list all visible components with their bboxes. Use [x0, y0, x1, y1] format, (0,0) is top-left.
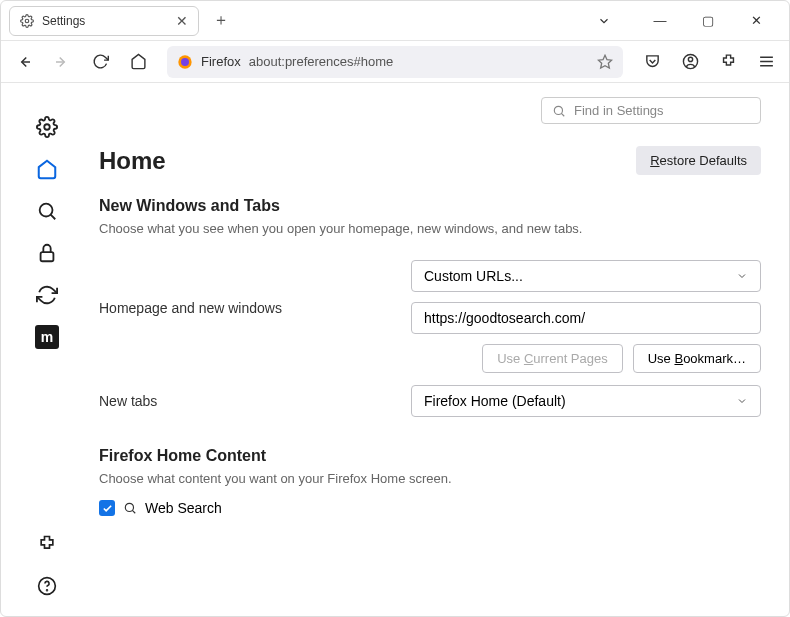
chevron-down-icon[interactable] [597, 14, 627, 28]
content: m Find in Settings Home Restore Defaults… [1, 83, 789, 616]
svg-point-11 [44, 124, 50, 130]
tab-settings[interactable]: Settings ✕ [9, 6, 199, 36]
forward-button[interactable] [47, 47, 77, 77]
sidebar-privacy[interactable] [29, 235, 65, 271]
url-path: about:preferences#home [249, 54, 394, 69]
close-tab-icon[interactable]: ✕ [176, 13, 188, 29]
sidebar-extensions[interactable] [29, 526, 65, 562]
page-title: Home [99, 147, 166, 175]
svg-point-17 [554, 106, 562, 114]
section-new-windows-title: New Windows and Tabs [99, 197, 761, 215]
search-placeholder: Find in Settings [574, 103, 664, 118]
search-icon [123, 501, 137, 515]
section-home-content-title: Firefox Home Content [99, 447, 761, 465]
checkbox-checked-icon [99, 500, 115, 516]
newtabs-value: Firefox Home (Default) [424, 393, 566, 409]
firefox-logo-icon [177, 54, 193, 70]
svg-point-7 [688, 57, 692, 61]
account-icon[interactable] [675, 47, 705, 77]
svg-point-19 [125, 503, 133, 511]
svg-line-18 [561, 113, 564, 116]
svg-marker-5 [598, 55, 611, 68]
svg-point-16 [47, 590, 48, 591]
gear-icon [20, 14, 34, 28]
newtabs-label: New tabs [99, 393, 399, 409]
m-badge-icon: m [35, 325, 59, 349]
homepage-url-input[interactable] [411, 302, 761, 334]
sidebar-home[interactable] [29, 151, 65, 187]
section-home-content-desc: Choose what content you want on your Fir… [99, 471, 761, 486]
homepage-label: Homepage and new windows [99, 260, 399, 316]
url-brand: Firefox [201, 54, 241, 69]
url-bar[interactable]: Firefox about:preferences#home [167, 46, 623, 78]
sidebar-search[interactable] [29, 193, 65, 229]
window-controls: — ▢ ✕ [597, 13, 781, 28]
svg-point-4 [181, 58, 189, 66]
sidebar-sync[interactable] [29, 277, 65, 313]
web-search-checkbox-row[interactable]: Web Search [99, 500, 761, 516]
use-current-pages-button[interactable]: Use Current Pages [482, 344, 623, 373]
home-button[interactable] [123, 47, 153, 77]
extensions-icon[interactable] [713, 47, 743, 77]
svg-point-12 [40, 204, 53, 217]
svg-rect-14 [41, 252, 54, 261]
menu-icon[interactable] [751, 47, 781, 77]
sidebar-general[interactable] [29, 109, 65, 145]
minimize-button[interactable]: — [645, 13, 675, 28]
tab-title: Settings [42, 14, 85, 28]
pocket-icon[interactable] [637, 47, 667, 77]
web-search-label: Web Search [145, 500, 222, 516]
back-button[interactable] [9, 47, 39, 77]
newtabs-select[interactable]: Firefox Home (Default) [411, 385, 761, 417]
bookmark-star-icon[interactable] [597, 54, 613, 70]
homepage-mode-value: Custom URLs... [424, 268, 523, 284]
svg-line-20 [132, 510, 135, 513]
new-tab-button[interactable]: ＋ [207, 7, 235, 35]
use-bookmark-button[interactable]: Use Bookmark… [633, 344, 761, 373]
titlebar: Settings ✕ ＋ — ▢ ✕ [1, 1, 789, 41]
toolbar: Firefox about:preferences#home [1, 41, 789, 83]
search-settings-input[interactable]: Find in Settings [541, 97, 761, 124]
main: Find in Settings Home Restore Defaults N… [93, 83, 789, 616]
homepage-mode-select[interactable]: Custom URLs... [411, 260, 761, 292]
section-new-windows-desc: Choose what you see when you open your h… [99, 221, 761, 236]
svg-line-13 [51, 215, 56, 220]
svg-point-0 [25, 19, 29, 23]
maximize-button[interactable]: ▢ [693, 13, 723, 28]
reload-button[interactable] [85, 47, 115, 77]
sidebar-help[interactable] [29, 568, 65, 604]
close-window-button[interactable]: ✕ [741, 13, 771, 28]
sidebar-more[interactable]: m [29, 319, 65, 355]
sidebar: m [1, 83, 93, 616]
restore-defaults-button[interactable]: Restore Defaults [636, 146, 761, 175]
